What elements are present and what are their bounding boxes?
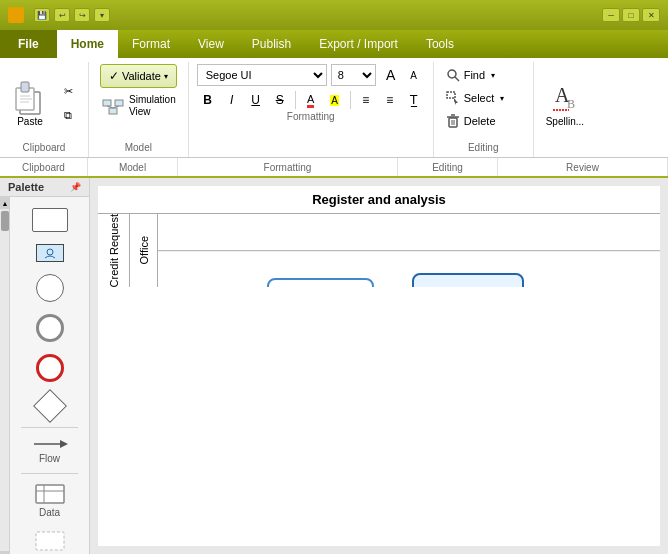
clipboard-section-label: Clipboard: [0, 158, 88, 176]
scroll-up-button[interactable]: ▲: [0, 197, 10, 209]
window-controls: ─ □ ✕: [602, 8, 660, 22]
highlight-button[interactable]: A: [324, 89, 346, 111]
redo-button[interactable]: ↪: [74, 8, 90, 22]
align-left-button[interactable]: ≡: [355, 89, 377, 111]
simulation-label: SimulationView: [129, 94, 176, 118]
svg-rect-7: [115, 100, 123, 106]
svg-rect-6: [103, 100, 111, 106]
clear-format-button[interactable]: T̲: [403, 89, 425, 111]
svg-rect-13: [447, 92, 455, 98]
menu-item-tools[interactable]: Tools: [412, 30, 468, 58]
diamond-shape: [33, 389, 67, 423]
app-icon: [8, 7, 24, 23]
simulation-view-button[interactable]: SimulationView: [97, 92, 180, 120]
palette-sidebar: Palette 📌 ▲ ▼: [0, 178, 90, 554]
undo-button[interactable]: ↩: [54, 8, 70, 22]
main-area: Palette 📌 ▲ ▼: [0, 178, 668, 554]
ribbon-group-clipboard: Paste ✂ ⧉ Clipboard: [0, 62, 89, 157]
palette-item-placeholder[interactable]: [31, 527, 69, 554]
rectangle-shape: [32, 208, 68, 232]
palette-item-flow[interactable]: Flow: [29, 434, 71, 467]
palette-item-data[interactable]: Data: [31, 480, 69, 521]
font-family-select[interactable]: Segoe UI: [197, 64, 327, 86]
validate-button[interactable]: ✓ Validate ▾: [100, 64, 177, 88]
select-button[interactable]: Select ▾: [442, 87, 509, 109]
palette-item-circle-thick[interactable]: [33, 311, 67, 345]
ribbon-group-review: A B Spellin... Review: [534, 62, 596, 157]
flow-label: Flow: [39, 453, 60, 464]
font-size-decrease-button[interactable]: A: [403, 64, 425, 86]
menu-item-export[interactable]: Export / Import: [305, 30, 412, 58]
copy-button[interactable]: ⧉: [56, 104, 80, 126]
palette-item-circle-red[interactable]: [33, 351, 67, 385]
font-size-select[interactable]: 8: [331, 64, 376, 86]
menu-item-view[interactable]: View: [184, 30, 238, 58]
svg-text:B: B: [567, 97, 575, 111]
lane-content[interactable]: Include initial information ⚙ Verify bla…: [158, 214, 660, 287]
palette-header: Palette 📌: [0, 178, 89, 197]
delete-button[interactable]: Delete: [442, 110, 500, 132]
ribbon-group-model: ✓ Validate ▾ SimulationView Model: [89, 62, 189, 157]
svg-rect-14: [449, 118, 457, 127]
svg-rect-8: [109, 108, 117, 114]
diagram-title: Register and analysis: [98, 186, 660, 214]
more-button[interactable]: ▾: [94, 8, 110, 22]
model-section-label: Model: [88, 158, 178, 176]
italic-button[interactable]: I: [221, 89, 243, 111]
maximize-button[interactable]: □: [622, 8, 640, 22]
clipboard-secondary: ✂ ⧉: [56, 80, 80, 126]
flow-svg: Include initial information ⚙ Verify bla…: [158, 214, 660, 287]
ribbon-group-editing: Find ▾ Select ▾ Delete: [434, 62, 534, 157]
svg-line-12: [455, 77, 459, 81]
canvas-wrapper[interactable]: Register and analysis Credit Request Off…: [90, 178, 668, 554]
format-separator: [295, 91, 296, 109]
palette-item-circle[interactable]: [33, 271, 67, 305]
svg-point-11: [448, 70, 456, 78]
formatting-label: Formatting: [197, 111, 425, 124]
quick-access-toolbar: 💾 ↩ ↪ ▾: [34, 8, 110, 22]
font-size-increase-button[interactable]: A: [380, 64, 402, 86]
spelling-label: Spellin...: [546, 116, 584, 127]
circle-thick-shape: [36, 314, 64, 342]
font-color-button[interactable]: A: [300, 89, 322, 111]
menu-item-home[interactable]: Home: [57, 30, 118, 58]
svg-rect-25: [36, 485, 64, 503]
menu-bar: File Home Format View Publish Export / I…: [0, 30, 668, 58]
strikethrough-button[interactable]: S: [269, 89, 291, 111]
editing-label: Editing: [442, 142, 525, 155]
palette-item-diamond[interactable]: [35, 391, 65, 421]
bold-button[interactable]: B: [197, 89, 219, 111]
circle-shape: [36, 274, 64, 302]
palette-divider: [21, 427, 78, 428]
spelling-button[interactable]: A B Spellin...: [542, 76, 588, 131]
editing-section-label: Editing: [398, 158, 498, 176]
save-button[interactable]: 💾: [34, 8, 50, 22]
menu-item-file[interactable]: File: [0, 30, 57, 58]
clipboard-label: Clipboard: [23, 142, 66, 155]
data-label: Data: [39, 507, 60, 518]
lane-label-office: Office: [130, 214, 158, 287]
align-center-button[interactable]: ≡: [379, 89, 401, 111]
cut-button[interactable]: ✂: [56, 80, 80, 102]
formatting-section-label: Formatting: [178, 158, 398, 176]
palette-pin-button[interactable]: 📌: [70, 182, 81, 192]
task-shape: [36, 244, 64, 262]
diagram: Register and analysis Credit Request Off…: [98, 186, 660, 546]
ribbon: Paste ✂ ⧉ Clipboard ✓ Validate ▾: [0, 58, 668, 158]
palette-item-rectangle[interactable]: [29, 205, 71, 235]
svg-marker-24: [60, 440, 68, 448]
palette-scrollbar[interactable]: ▲ ▼: [0, 197, 10, 554]
minimize-button[interactable]: ─: [602, 8, 620, 22]
scroll-thumb[interactable]: [1, 211, 9, 231]
menu-item-publish[interactable]: Publish: [238, 30, 305, 58]
close-button[interactable]: ✕: [642, 8, 660, 22]
svg-point-22: [47, 249, 53, 255]
paste-label: Paste: [17, 116, 43, 127]
review-section-label: Review: [498, 158, 668, 176]
menu-item-format[interactable]: Format: [118, 30, 184, 58]
paste-button[interactable]: Paste: [8, 76, 52, 131]
canvas[interactable]: Register and analysis Credit Request Off…: [98, 186, 660, 546]
underline-button[interactable]: U: [245, 89, 267, 111]
find-button[interactable]: Find ▾: [442, 64, 499, 86]
palette-item-task[interactable]: [33, 241, 67, 265]
